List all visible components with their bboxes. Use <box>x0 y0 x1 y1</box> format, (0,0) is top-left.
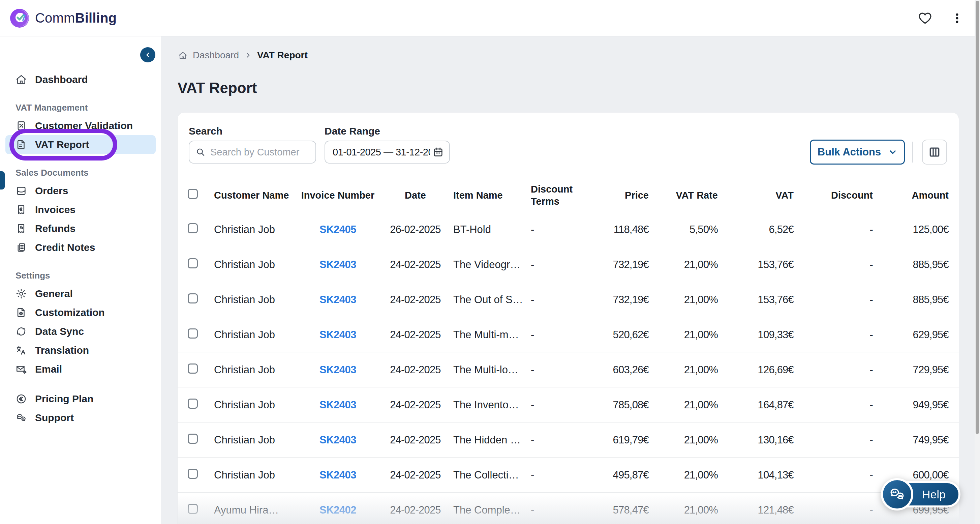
cell-invoice-link[interactable]: SK2402 <box>298 504 377 516</box>
top-bar: CommBilling <box>0 0 980 37</box>
breadcrumb-current: VAT Report <box>257 50 308 61</box>
sidebar-item-translation[interactable]: Translation <box>0 341 161 360</box>
cell-vat-rate: 21,00% <box>649 434 718 446</box>
sidebar-collapse-button[interactable] <box>140 47 155 62</box>
translate-icon <box>16 345 27 356</box>
cell-vat: 153,76€ <box>718 294 794 306</box>
header-date[interactable]: Date <box>377 189 453 201</box>
home-icon[interactable] <box>178 51 188 60</box>
cell-invoice-link[interactable]: SK2403 <box>298 259 377 271</box>
date-range-field[interactable]: 01-01-2025 — 31-12-2025 <box>325 141 450 164</box>
cell-vat-rate: 21,00% <box>649 364 718 376</box>
sidebar-item-support[interactable]: Support <box>0 408 161 427</box>
chevron-right-icon <box>244 52 252 59</box>
sidebar-item-vat-report[interactable]: VAT Report <box>5 135 156 154</box>
vat-report-card: Search Date Range 01-01-2025 — 31-12-202… <box>178 113 959 524</box>
cell-vat: 126,69€ <box>718 364 794 376</box>
row-checkbox[interactable] <box>188 223 198 233</box>
cell-discount-terms: - <box>531 364 585 376</box>
cell-date: 24-02-2025 <box>377 504 453 516</box>
sidebar-item-label: Translation <box>35 345 89 356</box>
row-checkbox[interactable] <box>188 258 198 268</box>
row-checkbox[interactable] <box>188 293 198 303</box>
row-checkbox-cell <box>188 328 214 341</box>
cell-invoice-link[interactable]: SK2403 <box>298 364 377 376</box>
header-price[interactable]: Price <box>585 189 649 201</box>
sidebar-item-data-sync[interactable]: Data Sync <box>0 322 161 341</box>
cell-discount: - <box>794 259 873 271</box>
sidebar-item-label: Invoices <box>35 204 75 215</box>
cell-discount: - <box>794 294 873 306</box>
cell-item-name: The Collecti… <box>453 469 531 481</box>
column-settings-button[interactable] <box>922 140 947 164</box>
table-body: Christian Job SK2405 26-02-2025 BT-Hold … <box>178 212 959 524</box>
calendar-icon[interactable] <box>433 147 444 158</box>
sidebar-item-pricing-plan[interactable]: Pricing Plan <box>0 389 161 408</box>
sidebar-item-email[interactable]: Email <box>0 360 161 379</box>
sidebar-item-credit-notes[interactable]: Credit Notes <box>0 238 161 257</box>
help-widget[interactable]: Help <box>881 478 961 511</box>
cell-discount-terms: - <box>531 434 585 446</box>
row-checkbox[interactable] <box>188 469 198 479</box>
scrollbar-thumb[interactable] <box>975 1 979 434</box>
cell-invoice-link[interactable]: SK2403 <box>298 329 377 341</box>
cell-invoice-link[interactable]: SK2403 <box>298 469 377 481</box>
header-invoice-number[interactable]: Invoice Number <box>298 189 377 201</box>
header-amount[interactable]: Amount <box>873 189 949 201</box>
row-checkbox[interactable] <box>188 434 198 444</box>
cell-discount: - <box>794 399 873 411</box>
cell-discount-terms: - <box>531 504 585 516</box>
sidebar-item-label: General <box>35 288 73 299</box>
sidebar-item-refunds[interactable]: Refunds <box>0 219 161 238</box>
date-range-value: 01-01-2025 — 31-12-2025 <box>332 147 430 158</box>
sidebar-item-customer-validation[interactable]: Customer Validation <box>0 116 161 135</box>
help-chat-icon-circle[interactable] <box>881 478 913 511</box>
header-item-name[interactable]: Item Name <box>453 189 531 201</box>
favorites-button[interactable] <box>918 11 932 25</box>
sidebar-item-invoices[interactable]: Invoices <box>0 200 161 219</box>
sidebar-item-orders[interactable]: Orders <box>0 182 161 200</box>
cell-vat: 121,48€ <box>718 504 794 516</box>
cell-price: 785,08€ <box>585 399 649 411</box>
cell-vat-rate: 21,00% <box>649 399 718 411</box>
search-label: Search <box>189 126 223 137</box>
cell-price: 619,79€ <box>585 434 649 446</box>
sidebar-item-customization[interactable]: Customization <box>0 303 161 322</box>
cell-date: 24-02-2025 <box>377 329 453 341</box>
sidebar-item-label: VAT Report <box>35 139 89 150</box>
cell-amount: 885,95€ <box>873 294 949 306</box>
kebab-menu-icon <box>950 11 964 25</box>
header-discount-terms[interactable]: Discount Terms <box>531 183 585 208</box>
cell-invoice-link[interactable]: SK2403 <box>298 434 377 446</box>
row-checkbox[interactable] <box>188 398 198 409</box>
row-checkbox[interactable] <box>188 363 198 374</box>
cell-item-name: The Comple… <box>453 504 531 516</box>
search-input[interactable] <box>210 147 309 158</box>
cell-invoice-link[interactable]: SK2403 <box>298 399 377 411</box>
table-row: Christian Job SK2403 24-02-2025 The Coll… <box>178 457 959 492</box>
table-row: Christian Job SK2403 24-02-2025 The Out … <box>178 282 959 317</box>
header-customer-name[interactable]: Customer Name <box>214 189 298 201</box>
more-menu-button[interactable] <box>950 11 964 25</box>
select-all-checkbox[interactable] <box>188 189 198 199</box>
brand-logo[interactable]: CommBilling <box>9 7 116 29</box>
cell-discount: - <box>794 329 873 341</box>
sidebar-item-dashboard[interactable]: Dashboard <box>0 70 161 89</box>
header-vat-rate[interactable]: VAT Rate <box>649 189 718 201</box>
row-checkbox[interactable] <box>188 328 198 339</box>
search-field[interactable] <box>189 141 316 164</box>
bulk-actions-button[interactable]: Bulk Actions <box>810 140 905 164</box>
header-discount[interactable]: Discount <box>794 189 873 201</box>
header-vat[interactable]: VAT <box>718 189 794 201</box>
cell-invoice-link[interactable]: SK2403 <box>298 294 377 306</box>
page-scrollbar[interactable] <box>975 0 980 524</box>
row-checkbox[interactable] <box>188 504 198 514</box>
cell-vat: 153,76€ <box>718 259 794 271</box>
inbox-icon <box>16 185 27 197</box>
cell-invoice-link[interactable]: SK2405 <box>298 223 377 236</box>
cell-vat-rate: 21,00% <box>649 259 718 271</box>
table-row: Christian Job SK2403 24-02-2025 The Hidd… <box>178 422 959 457</box>
breadcrumb-dashboard-link[interactable]: Dashboard <box>193 50 239 61</box>
page-title: VAT Report <box>178 80 257 96</box>
sidebar-item-general[interactable]: General <box>0 284 161 303</box>
